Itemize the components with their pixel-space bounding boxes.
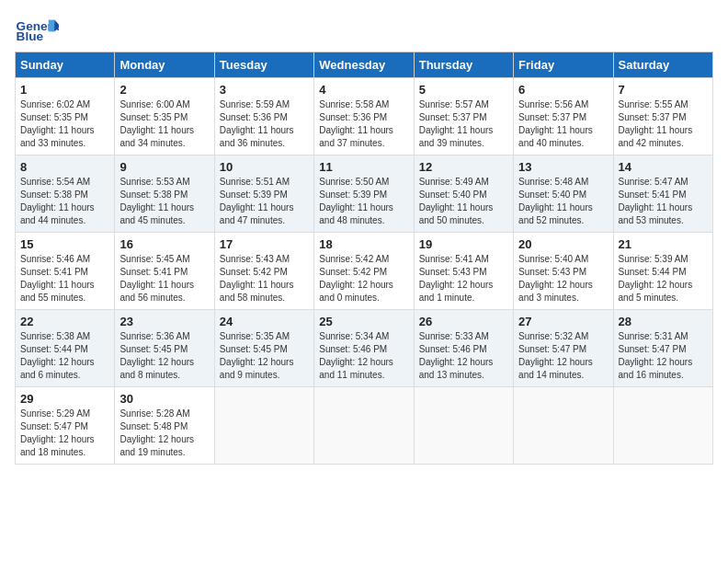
calendar-cell: 25Sunrise: 5:34 AM Sunset: 5:46 PM Dayli…	[314, 310, 414, 387]
day-info: Sunrise: 5:43 AM Sunset: 5:42 PM Dayligh…	[220, 253, 309, 304]
day-info: Sunrise: 5:48 AM Sunset: 5:40 PM Dayligh…	[518, 176, 608, 227]
calendar-cell: 18Sunrise: 5:42 AM Sunset: 5:42 PM Dayli…	[314, 233, 414, 310]
calendar-cell: 7Sunrise: 5:55 AM Sunset: 5:37 PM Daylig…	[613, 78, 712, 155]
column-header-monday: Monday	[115, 52, 214, 78]
day-number: 9	[119, 160, 209, 174]
calendar-cell: 14Sunrise: 5:47 AM Sunset: 5:41 PM Dayli…	[613, 155, 712, 233]
calendar-cell: 15Sunrise: 5:46 AM Sunset: 5:41 PM Dayli…	[16, 233, 115, 310]
column-header-saturday: Saturday	[613, 52, 712, 78]
day-info: Sunrise: 5:42 AM Sunset: 5:42 PM Dayligh…	[319, 253, 408, 304]
column-header-thursday: Thursday	[414, 52, 513, 78]
day-number: 7	[619, 83, 708, 97]
column-header-tuesday: Tuesday	[214, 52, 313, 78]
svg-text:Blue: Blue	[17, 29, 44, 43]
day-info: Sunrise: 5:39 AM Sunset: 5:44 PM Dayligh…	[619, 253, 708, 304]
day-number: 15	[20, 237, 109, 251]
day-number: 16	[119, 237, 209, 251]
calendar-cell: 5Sunrise: 5:57 AM Sunset: 5:37 PM Daylig…	[414, 78, 513, 155]
calendar-cell	[214, 387, 313, 465]
day-number: 2	[119, 83, 209, 97]
day-number: 5	[419, 83, 508, 97]
calendar-cell: 19Sunrise: 5:41 AM Sunset: 5:43 PM Dayli…	[414, 233, 513, 310]
calendar-cell: 22Sunrise: 5:38 AM Sunset: 5:44 PM Dayli…	[16, 310, 115, 387]
day-number: 18	[319, 237, 408, 251]
calendar-cell: 4Sunrise: 5:58 AM Sunset: 5:36 PM Daylig…	[314, 78, 414, 155]
calendar-cell: 17Sunrise: 5:43 AM Sunset: 5:42 PM Dayli…	[214, 233, 313, 310]
calendar-cell: 29Sunrise: 5:29 AM Sunset: 5:47 PM Dayli…	[16, 387, 115, 465]
day-info: Sunrise: 5:58 AM Sunset: 5:36 PM Dayligh…	[319, 98, 408, 150]
day-number: 14	[619, 160, 708, 174]
calendar-cell: 16Sunrise: 5:45 AM Sunset: 5:41 PM Dayli…	[115, 233, 214, 310]
column-header-friday: Friday	[514, 52, 613, 78]
calendar-cell: 9Sunrise: 5:53 AM Sunset: 5:38 PM Daylig…	[115, 155, 214, 233]
column-header-sunday: Sunday	[16, 52, 115, 78]
day-info: Sunrise: 5:49 AM Sunset: 5:40 PM Dayligh…	[419, 176, 508, 227]
day-number: 11	[319, 160, 408, 174]
calendar-week-row: 8Sunrise: 5:54 AM Sunset: 5:38 PM Daylig…	[16, 155, 713, 233]
day-number: 1	[20, 83, 109, 97]
day-number: 19	[419, 237, 508, 251]
day-number: 21	[619, 237, 708, 251]
day-number: 23	[119, 315, 209, 328]
day-number: 24	[220, 315, 309, 328]
calendar-header-row: SundayMondayTuesdayWednesdayThursdayFrid…	[16, 52, 713, 78]
calendar-week-row: 1Sunrise: 6:02 AM Sunset: 5:35 PM Daylig…	[16, 78, 713, 155]
calendar-cell: 6Sunrise: 5:56 AM Sunset: 5:37 PM Daylig…	[514, 78, 613, 155]
calendar-cell: 1Sunrise: 6:02 AM Sunset: 5:35 PM Daylig…	[16, 78, 115, 155]
calendar-cell: 26Sunrise: 5:33 AM Sunset: 5:46 PM Dayli…	[414, 310, 513, 387]
day-number: 28	[619, 315, 708, 328]
calendar-cell: 13Sunrise: 5:48 AM Sunset: 5:40 PM Dayli…	[514, 155, 613, 233]
day-info: Sunrise: 5:54 AM Sunset: 5:38 PM Dayligh…	[20, 176, 109, 227]
calendar-cell: 2Sunrise: 6:00 AM Sunset: 5:35 PM Daylig…	[115, 78, 214, 155]
svg-marker-2	[49, 20, 54, 32]
day-number: 27	[518, 315, 608, 328]
day-info: Sunrise: 5:33 AM Sunset: 5:46 PM Dayligh…	[419, 330, 508, 382]
day-info: Sunrise: 5:45 AM Sunset: 5:41 PM Dayligh…	[119, 253, 209, 304]
day-number: 12	[419, 160, 508, 174]
day-number: 29	[20, 392, 109, 406]
day-info: Sunrise: 5:51 AM Sunset: 5:39 PM Dayligh…	[220, 176, 309, 227]
day-number: 25	[319, 315, 408, 328]
day-number: 3	[220, 83, 309, 97]
day-number: 22	[20, 315, 109, 328]
page-header: General Blue	[15, 15, 713, 44]
day-info: Sunrise: 5:34 AM Sunset: 5:46 PM Dayligh…	[319, 330, 408, 382]
day-number: 17	[220, 237, 309, 251]
calendar-cell	[613, 387, 712, 465]
day-number: 26	[419, 315, 508, 328]
day-number: 30	[119, 392, 209, 406]
day-info: Sunrise: 5:28 AM Sunset: 5:48 PM Dayligh…	[119, 408, 209, 459]
day-info: Sunrise: 6:00 AM Sunset: 5:35 PM Dayligh…	[119, 98, 209, 150]
day-info: Sunrise: 6:02 AM Sunset: 5:35 PM Dayligh…	[20, 98, 109, 150]
day-info: Sunrise: 5:46 AM Sunset: 5:41 PM Dayligh…	[20, 253, 109, 304]
calendar-cell: 3Sunrise: 5:59 AM Sunset: 5:36 PM Daylig…	[214, 78, 313, 155]
day-info: Sunrise: 5:35 AM Sunset: 5:45 PM Dayligh…	[220, 330, 309, 382]
day-info: Sunrise: 5:31 AM Sunset: 5:47 PM Dayligh…	[619, 330, 708, 382]
day-number: 10	[220, 160, 309, 174]
day-info: Sunrise: 5:40 AM Sunset: 5:43 PM Dayligh…	[518, 253, 608, 304]
day-info: Sunrise: 5:32 AM Sunset: 5:47 PM Dayligh…	[518, 330, 608, 382]
calendar-table: SundayMondayTuesdayWednesdayThursdayFrid…	[15, 52, 713, 465]
day-info: Sunrise: 5:50 AM Sunset: 5:39 PM Dayligh…	[319, 176, 408, 227]
calendar-cell: 27Sunrise: 5:32 AM Sunset: 5:47 PM Dayli…	[514, 310, 613, 387]
calendar-cell: 11Sunrise: 5:50 AM Sunset: 5:39 PM Dayli…	[314, 155, 414, 233]
day-number: 20	[518, 237, 608, 251]
calendar-cell	[514, 387, 613, 465]
calendar-cell: 20Sunrise: 5:40 AM Sunset: 5:43 PM Dayli…	[514, 233, 613, 310]
calendar-cell: 28Sunrise: 5:31 AM Sunset: 5:47 PM Dayli…	[613, 310, 712, 387]
day-info: Sunrise: 5:55 AM Sunset: 5:37 PM Dayligh…	[619, 98, 708, 150]
calendar-week-row: 22Sunrise: 5:38 AM Sunset: 5:44 PM Dayli…	[16, 310, 713, 387]
day-info: Sunrise: 5:56 AM Sunset: 5:37 PM Dayligh…	[518, 98, 608, 150]
logo-icon: General Blue	[15, 15, 59, 44]
calendar-cell: 10Sunrise: 5:51 AM Sunset: 5:39 PM Dayli…	[214, 155, 313, 233]
calendar-cell: 23Sunrise: 5:36 AM Sunset: 5:45 PM Dayli…	[115, 310, 214, 387]
calendar-cell: 12Sunrise: 5:49 AM Sunset: 5:40 PM Dayli…	[414, 155, 513, 233]
day-info: Sunrise: 5:57 AM Sunset: 5:37 PM Dayligh…	[419, 98, 508, 150]
column-header-wednesday: Wednesday	[314, 52, 414, 78]
calendar-week-row: 15Sunrise: 5:46 AM Sunset: 5:41 PM Dayli…	[16, 233, 713, 310]
day-info: Sunrise: 5:41 AM Sunset: 5:43 PM Dayligh…	[419, 253, 508, 304]
day-info: Sunrise: 5:53 AM Sunset: 5:38 PM Dayligh…	[119, 176, 209, 227]
calendar-cell: 30Sunrise: 5:28 AM Sunset: 5:48 PM Dayli…	[115, 387, 214, 465]
day-info: Sunrise: 5:29 AM Sunset: 5:47 PM Dayligh…	[20, 408, 109, 459]
day-number: 13	[518, 160, 608, 174]
